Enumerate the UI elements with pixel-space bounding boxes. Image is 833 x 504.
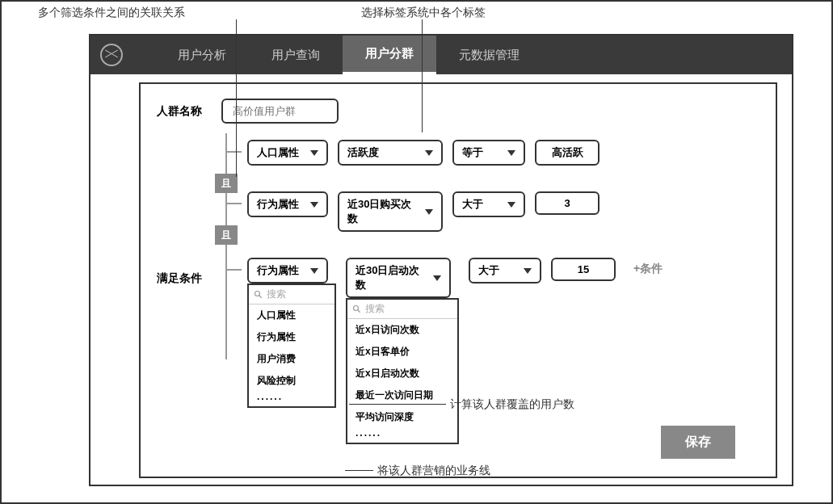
- nav-tab-query[interactable]: 用户查询: [249, 36, 343, 74]
- operator-select[interactable]: 等于: [452, 140, 525, 166]
- nav-tab-analysis[interactable]: 用户分析: [155, 36, 249, 74]
- dropdown-more[interactable]: ······: [249, 392, 334, 406]
- tree-connector: [225, 133, 227, 359]
- select-value: 近30日启动次数: [355, 263, 427, 292]
- search-icon: [254, 290, 263, 300]
- svg-line-3: [358, 309, 360, 312]
- value-input[interactable]: 15: [551, 258, 616, 281]
- chevron-down-icon: [433, 275, 441, 281]
- logo-icon: [100, 44, 123, 66]
- chevron-down-icon: [507, 150, 515, 156]
- search-icon: [352, 304, 362, 314]
- dropdown-search[interactable]: 搜索: [249, 285, 334, 304]
- app-window: 用户分析 用户查询 用户分群 元数据管理 人群名称 满足条件 人口属性: [89, 34, 793, 486]
- dropdown-option[interactable]: 近x日访问次数: [347, 319, 457, 341]
- top-nav-bar: 用户分析 用户查询 用户分群 元数据管理: [90, 36, 792, 74]
- annotation-line: [422, 19, 423, 132]
- annotation-count: 计算该人群覆盖的用户数: [450, 397, 574, 412]
- select-value: 行为属性: [257, 263, 299, 278]
- value-input[interactable]: 3: [535, 191, 600, 215]
- dropdown-search[interactable]: 搜索: [347, 300, 457, 319]
- group-name-label: 人群名称: [157, 104, 221, 119]
- dropdown-option[interactable]: 风险控制: [249, 370, 334, 392]
- chevron-down-icon: [425, 209, 433, 215]
- tree-connector: [225, 203, 242, 204]
- nav-tab-metadata[interactable]: 元数据管理: [436, 36, 542, 74]
- search-placeholder: 搜索: [365, 302, 385, 316]
- dropdown-option[interactable]: 近x日启动次数: [347, 363, 457, 384]
- chevron-down-icon: [310, 150, 318, 156]
- category-dropdown: 搜索 人口属性 行为属性 用户消费 风险控制 ······: [247, 284, 336, 408]
- annotation-line: [349, 404, 446, 405]
- select-value: 等于: [462, 145, 483, 160]
- select-value: 近30日购买次数: [347, 197, 419, 226]
- select-value: 大于: [462, 197, 483, 212]
- tree-connector: [225, 151, 242, 153]
- condition-row: 行为属性 搜索 人口属性 行为属性 用户消费 风险控制: [229, 258, 759, 444]
- dropdown-option[interactable]: 行为属性: [249, 326, 334, 348]
- svg-line-1: [259, 295, 262, 297]
- add-condition-button[interactable]: +条件: [625, 258, 671, 280]
- category-select[interactable]: 人口属性: [247, 140, 328, 166]
- operator-select[interactable]: 大于: [469, 258, 541, 284]
- category-select[interactable]: 行为属性: [247, 258, 328, 284]
- value-input[interactable]: 高活跃: [535, 140, 600, 166]
- annotation-line: [345, 470, 373, 471]
- save-button[interactable]: 保存: [661, 426, 735, 459]
- select-value: 活跃度: [347, 145, 379, 160]
- annotation-push: 将该人群营销的业务线: [377, 464, 490, 478]
- dropdown-option[interactable]: 用户消费: [249, 348, 334, 370]
- dropdown-option[interactable]: 最近一次访问日期: [347, 384, 457, 406]
- content-panel: 人群名称 满足条件 人口属性 活跃度: [139, 82, 777, 478]
- and-operator-badge[interactable]: 且: [215, 174, 238, 193]
- select-value: 人口属性: [257, 145, 299, 160]
- svg-point-0: [255, 291, 260, 296]
- dropdown-option[interactable]: 近x日客单价: [347, 341, 457, 363]
- group-name-input[interactable]: [221, 99, 339, 124]
- satisfy-conditions-label: 满足条件: [157, 271, 202, 286]
- dropdown-option[interactable]: 平均访问深度: [347, 406, 457, 428]
- metric-dropdown: 搜索 近x日访问次数 近x日客单价 近x日启动次数 最近一次访问日期 平均访问深…: [346, 298, 459, 444]
- select-value: 大于: [478, 263, 499, 278]
- and-operator-badge[interactable]: 且: [215, 225, 238, 245]
- tree-connector: [225, 269, 242, 271]
- chevron-down-icon: [425, 150, 433, 156]
- annotation-relation: 多个筛选条件之间的关联关系: [38, 6, 185, 20]
- dropdown-more[interactable]: ······: [347, 428, 457, 443]
- condition-row: 人口属性 活跃度 等于 高活跃 且: [229, 140, 759, 166]
- metric-select[interactable]: 活跃度: [338, 140, 443, 166]
- operator-select[interactable]: 大于: [452, 191, 525, 217]
- chevron-down-icon: [507, 202, 515, 208]
- chevron-down-icon: [310, 268, 318, 274]
- search-placeholder: 搜索: [267, 288, 286, 301]
- chevron-down-icon: [524, 268, 532, 274]
- annotation-line: [236, 19, 237, 177]
- dropdown-option[interactable]: 人口属性: [249, 304, 334, 326]
- select-value: 行为属性: [257, 197, 299, 212]
- condition-row: 行为属性 近30日购买次数 大于 3 且: [229, 191, 759, 232]
- annotation-tag-select: 选择标签系统中各个标签: [361, 6, 486, 20]
- chevron-down-icon: [310, 202, 318, 208]
- metric-select[interactable]: 近30日启动次数: [346, 258, 451, 298]
- category-select[interactable]: 行为属性: [247, 191, 328, 217]
- metric-select[interactable]: 近30日购买次数: [338, 191, 443, 232]
- svg-point-2: [354, 305, 359, 310]
